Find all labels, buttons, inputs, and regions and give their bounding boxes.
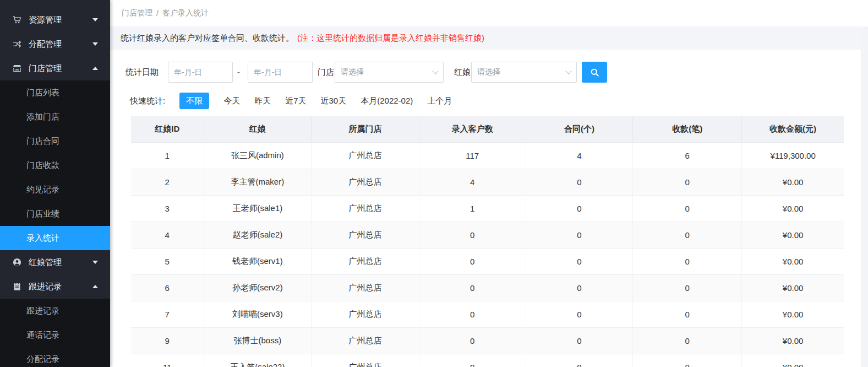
sidebar: 资源管理分配管理门店管理门店列表添加门店门店合同门店收款约见记录门店业绩录入统计…	[0, 0, 110, 367]
table-cell: 0	[526, 195, 632, 222]
table-cell: 王入笛(sale22)	[204, 354, 312, 367]
quick-option[interactable]: 昨天	[254, 93, 271, 109]
sidebar-submenu-followup: 跟进记录通话记录分配记录	[0, 299, 110, 367]
table-cell: 2	[131, 169, 204, 195]
sidebar-subitem[interactable]: 门店合同	[0, 129, 110, 153]
sidebar-item-resource[interactable]: 资源管理	[0, 8, 110, 32]
sidebar-subitem[interactable]: 通话记录	[0, 323, 110, 347]
filter-row: 统计日期 - 门店 请选择 红娘 请选择	[110, 62, 861, 83]
table-cell: 广州总店	[312, 248, 419, 274]
table-cell: 0	[633, 327, 742, 354]
table-cell: 刘喵喵(serv3)	[204, 301, 312, 327]
table-cell: 王老师(sale1)	[204, 195, 312, 222]
sidebar-subitem[interactable]: 约见记录	[0, 177, 110, 202]
shuffle-icon	[12, 39, 22, 49]
table-row: 5钱老师(serv1)广州总店000¥0.00	[131, 248, 844, 274]
table-cell: 0	[633, 301, 742, 327]
table-cell: 1	[419, 195, 526, 222]
sidebar-item-assign[interactable]: 分配管理	[0, 32, 110, 56]
stats-table: 红娘ID红娘所属门店录入客户数合同(个)收款(笔)收款金额(元) 1张三风(ad…	[131, 116, 844, 367]
sidebar-item-matchmaker[interactable]: 红娘管理	[0, 250, 110, 274]
table-cell: ¥0.00	[742, 169, 844, 195]
table-row: 1张三风(admin)广州总店11746¥119,300.00	[131, 142, 844, 169]
table-cell: 0	[526, 274, 632, 301]
sidebar-subitem[interactable]: 分配记录	[0, 347, 110, 367]
sidebar-subitem[interactable]: 门店业绩	[0, 202, 110, 226]
date-start-input[interactable]	[168, 62, 233, 83]
chevron-down-icon	[565, 68, 571, 74]
sidebar-subitem[interactable]: 门店列表	[0, 80, 110, 105]
table-cell: 0	[633, 222, 742, 248]
matchmaker-select-value: 请选择	[477, 67, 566, 77]
table-cell: 3	[131, 195, 204, 222]
table-cell: 0	[633, 195, 742, 222]
table-cell: ¥0.00	[742, 274, 844, 301]
table-cell: 0	[419, 222, 526, 248]
scrollbar-track[interactable]	[861, 26, 868, 367]
table-cell: 0	[526, 248, 632, 274]
date-range-label: 统计日期	[125, 62, 159, 83]
breadcrumb-section[interactable]: 门店管理	[122, 8, 152, 18]
table-cell: 4	[131, 222, 204, 248]
table-cell: 0	[633, 354, 742, 367]
sidebar-subitem-active[interactable]: 录入统计	[0, 226, 110, 250]
sidebar-item-label: 分配管理	[29, 39, 62, 50]
table-cell: 孙老师(serv2)	[204, 274, 312, 301]
table-cell: 6	[633, 142, 742, 169]
table-cell: 广州总店	[312, 327, 419, 354]
quick-option[interactable]: 今天	[223, 93, 240, 109]
sidebar-subitem[interactable]: 添加门店	[0, 105, 110, 129]
table-cell: 广州总店	[312, 169, 419, 195]
table-cell: 0	[526, 169, 632, 195]
sidebar-item-followup[interactable]: 跟进记录	[0, 274, 110, 299]
table-row: 4赵老师(sale2)广州总店000¥0.00	[131, 222, 844, 248]
table-cell: 广州总店	[312, 274, 419, 301]
sidebar-submenu-store: 门店列表添加门店门店合同门店收款约见记录门店业绩录入统计	[0, 80, 110, 250]
table-row: 3王老师(sale1)广州总店100¥0.00	[131, 195, 844, 222]
table-cell: 0	[633, 248, 742, 274]
chevron-down-icon	[432, 68, 438, 74]
chevron-down-icon	[92, 18, 98, 21]
table-cell: ¥0.00	[742, 354, 844, 367]
table-cell: 李主管(maker)	[204, 169, 312, 195]
table-cell: 广州总店	[312, 354, 419, 367]
table-cell: ¥0.00	[742, 248, 844, 274]
quick-option[interactable]: 近7天	[285, 93, 306, 109]
date-end-input[interactable]	[248, 62, 313, 83]
quick-option[interactable]: 本月(2022-02)	[361, 93, 413, 109]
table-cell: 0	[419, 327, 526, 354]
note-text: 统计红娘录入的客户对应签单合同、收款统计。	[121, 33, 294, 44]
table-cell: ¥0.00	[742, 327, 844, 354]
sidebar-subitem[interactable]: 跟进记录	[0, 299, 110, 323]
table-cell: ¥0.00	[742, 301, 844, 327]
store-select[interactable]: 请选择	[335, 62, 444, 83]
column-header: 红娘	[204, 116, 312, 142]
matchmaker-select[interactable]: 请选择	[471, 62, 577, 83]
table-cell: 0	[419, 274, 526, 301]
table-cell: 广州总店	[312, 142, 419, 169]
sidebar-item-label: 资源管理	[29, 15, 62, 25]
table-cell: 0	[526, 301, 632, 327]
table-cell: 0	[419, 354, 526, 367]
chevron-up-icon	[92, 285, 98, 288]
quick-option-selected[interactable]: 不限	[179, 93, 209, 109]
store-select-value: 请选择	[341, 67, 433, 77]
table-cell: 7	[131, 301, 204, 327]
sidebar-subitem[interactable]: 门店收款	[0, 153, 110, 177]
note-warning: (注：这里统计的数据归属是录入红娘并非销售红娘)	[297, 33, 484, 44]
sidebar-item-store[interactable]: 门店管理	[0, 56, 110, 80]
table-cell: 赵老师(sale2)	[204, 222, 312, 248]
quick-option[interactable]: 近30天	[321, 93, 347, 109]
table-cell: 0	[526, 222, 632, 248]
quick-stats-label: 快速统计:	[130, 96, 165, 106]
sidebar-menu: 资源管理分配管理门店管理门店列表添加门店门店合同门店收款约见记录门店业绩录入统计…	[0, 8, 110, 367]
table-cell: 117	[419, 142, 526, 169]
quick-option[interactable]: 上个月	[427, 93, 452, 109]
matchmaker-label: 红娘	[454, 62, 471, 83]
table-row: 7刘喵喵(serv3)广州总店000¥0.00	[131, 301, 844, 327]
sidebar-item-label: 门店管理	[29, 63, 62, 74]
quick-options: 不限今天昨天近7天近30天本月(2022-02)上个月	[165, 93, 452, 109]
column-header: 录入客户数	[419, 116, 526, 142]
table-cell: 1	[131, 142, 204, 169]
search-button[interactable]	[582, 62, 607, 83]
